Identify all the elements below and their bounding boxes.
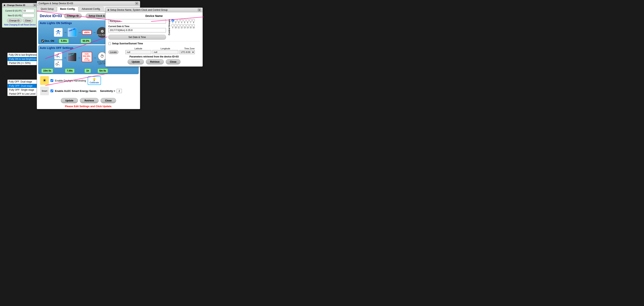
group-7-label: 7 (190, 22, 191, 24)
group-8-label: 8 (193, 22, 194, 24)
time1-box: 10m 0s (41, 68, 53, 73)
set-date-button[interactable]: Set Date & Time (108, 35, 166, 40)
daylight-checkbox[interactable] (50, 79, 53, 82)
alec-checkbox[interactable] (50, 90, 53, 92)
group-16: 16 (192, 24, 195, 29)
change-id-close-btn[interactable]: ✕ (33, 4, 36, 6)
bottom-section: ☀ Enable Daylight Harvesting 💡 Calibrate… (38, 75, 139, 96)
right-close-button[interactable]: Close (166, 59, 181, 64)
group-3-checkbox[interactable] (178, 19, 180, 22)
sensitivity-value: 2 (117, 89, 122, 93)
group-11-checkbox[interactable] (178, 24, 180, 27)
timezone-col: Time Zone UTC-8:00 UTC-7:00 UTC-5:00 UTC… (180, 47, 199, 54)
main-change-id-button[interactable]: Change ID (64, 14, 82, 18)
motion-sensor-icon (54, 28, 62, 37)
off-arrow-2-icon: → (77, 56, 81, 60)
group-16-checkbox[interactable] (192, 24, 195, 27)
arrow-2-icon: → (78, 30, 81, 34)
latitude-col: Latitude (126, 47, 151, 54)
group-4: 4 (180, 19, 183, 24)
partial-on-box: ≤50% (82, 30, 92, 34)
right-body: Device Name Current Date & Time Set Date… (106, 12, 202, 66)
group-9-checkbox[interactable] (172, 24, 174, 27)
locate-button[interactable]: Locate (108, 50, 118, 54)
fade-on-box: Fade ON (68, 28, 77, 37)
current-date-input[interactable] (108, 28, 166, 32)
group-11-label: 11 (178, 27, 180, 29)
svg-point-5 (58, 62, 59, 63)
group-8-checkbox[interactable] (192, 19, 195, 22)
params-text: Parameters retrieved from the device ID=… (108, 55, 200, 58)
occ-on-checkbox[interactable] (41, 40, 44, 42)
please-edit-text: Please Edit Settings and Click Update. (38, 105, 139, 108)
fade-off-box: Fade OFF (68, 53, 76, 62)
group-4-checkbox[interactable] (180, 19, 183, 22)
latitude-input[interactable] (126, 50, 151, 54)
group-6: 6 (186, 19, 189, 24)
daylight-label: Enable Daylight Harvesting (55, 79, 86, 82)
sunrise-label: Setup Sunrise/Sunset Time (112, 42, 143, 45)
group-8: 8 (192, 19, 195, 24)
calibrate-button[interactable]: 💡 Calibrate (88, 76, 101, 85)
new-id-input[interactable] (22, 14, 34, 17)
group-15-checkbox[interactable] (190, 24, 192, 27)
longitude-input[interactable] (152, 50, 178, 54)
current-date-label: Current Date & Time (108, 25, 166, 28)
group-9: 9 (172, 24, 174, 29)
group-6-checkbox[interactable] (186, 19, 189, 22)
device-name-section-title: Device Name (108, 14, 200, 18)
group-1-label: 1 (172, 22, 173, 24)
fade-off-label: Fade OFF (68, 53, 74, 57)
group-3-label: 3 (178, 22, 179, 24)
timezone-select[interactable]: UTC-8:00 UTC-7:00 UTC-5:00 UTC+0:00 (180, 50, 195, 54)
fade-time-box: 5.00s (59, 39, 69, 43)
group-12-checkbox[interactable] (180, 24, 183, 27)
right-title-bar: 🖥 Setup Device Name, System Clock and Co… (106, 8, 202, 12)
main-retrieve-button[interactable]: Retrieve (80, 98, 98, 103)
group-14-label: 14 (187, 27, 189, 29)
group-13-checkbox[interactable] (184, 24, 186, 27)
right-close-x-btn[interactable]: ✕ (198, 8, 201, 11)
group-14-checkbox[interactable] (186, 24, 189, 27)
right-update-button[interactable]: Update (128, 59, 144, 64)
right-retrieve-button[interactable]: Retrieve (146, 59, 164, 64)
device-id-label: Device ID=03 (40, 14, 62, 18)
change-id-title-bar: 🖥 Change Device ID ✕ (2, 3, 38, 7)
tab-quick-setup[interactable]: Quick Setup (38, 6, 57, 11)
tab-advanced-config[interactable]: Advanced Config. (79, 6, 104, 11)
on-dropdown-selected: Fully ON to last Brightness (9, 54, 37, 56)
group-7: 7 (190, 19, 192, 24)
group-11: 11 (178, 24, 180, 29)
new-id-label: New ID (01-FE) (4, 14, 22, 17)
off-dual-icons (54, 52, 62, 68)
main-close-x-btn[interactable]: ✕ (135, 2, 138, 5)
group-2: 2 (174, 19, 177, 24)
groups-1-8-grid: 1 2 3 4 (172, 19, 195, 24)
group-15-label: 15 (190, 27, 192, 29)
group-3: 3 (178, 19, 180, 24)
off-dropdown-selected: Fully OFF: Dual-stage (9, 80, 32, 83)
lights-off-title: Auto Lights OFF Settings (40, 46, 73, 50)
group-1-checkbox[interactable] (172, 19, 174, 22)
off-times-row: 10m 0s 7.00s 1h 5m 0s (40, 68, 137, 73)
close-change-id-button[interactable]: Close (23, 18, 33, 22)
sunrise-checkbox[interactable] (108, 42, 111, 45)
group-7-checkbox[interactable] (190, 19, 192, 22)
current-id-input[interactable] (22, 9, 34, 12)
group-9-label: 9 (172, 27, 173, 29)
locate-col: Locate (108, 50, 124, 54)
adv-config-note: (Adv. Config) (83, 57, 91, 61)
device-name-input[interactable] (108, 19, 166, 24)
window-icon: 🖥 (4, 4, 5, 6)
group-12-label: 12 (181, 27, 183, 29)
main-update-button[interactable]: Update (61, 98, 78, 103)
tab-basic-config[interactable]: Basic Config. (57, 6, 78, 12)
change-id-button[interactable]: Change ID (7, 18, 22, 22)
group-2-checkbox[interactable] (174, 19, 177, 22)
group-10-checkbox[interactable] (174, 24, 177, 27)
daylight-icon: ☀ (40, 76, 49, 85)
main-close-button[interactable]: Close (100, 98, 116, 103)
daylight-row: ☀ Enable Daylight Harvesting 💡 Calibrate (40, 76, 137, 85)
group-5-checkbox[interactable] (184, 19, 186, 22)
main-window-title: Configure & Setup Device ID=03 (38, 2, 73, 5)
